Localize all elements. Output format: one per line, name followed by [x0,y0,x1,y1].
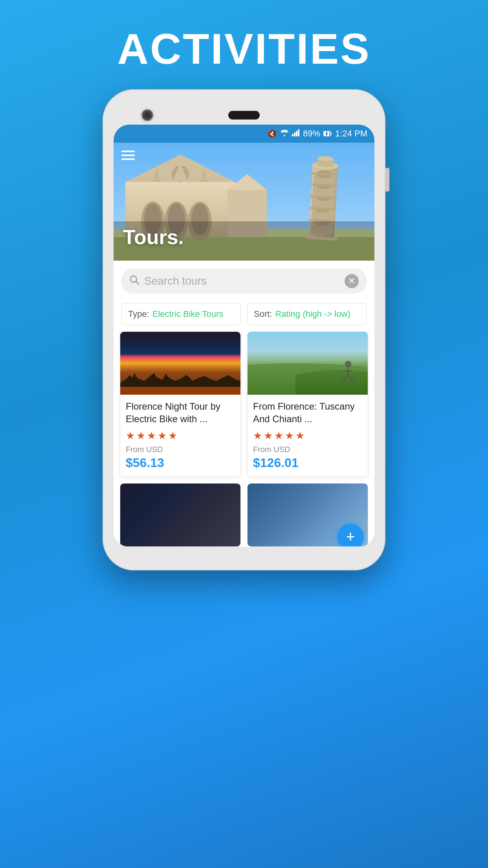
phone-screen: 🔇 89% [114,125,374,547]
svg-rect-1 [294,132,295,136]
sort-filter-button[interactable]: Sort: Rating (high -> low) [247,303,367,325]
star-3: ★ [147,430,156,442]
tour-card-0-stars: ★ ★ ★ ★ ★ [126,430,235,442]
phone-frame: 🔇 89% [103,89,385,570]
tour-card-1-info: From Florence: Tuscany And Chianti ... ★… [248,395,368,476]
tour-card-0-image [120,332,240,395]
hamburger-menu[interactable] [121,151,135,160]
svg-line-54 [348,374,353,381]
tour-card-0-from-label: From USD [126,445,235,454]
city-skyline [120,367,240,387]
star-4: ★ [158,430,167,442]
bottom-cards-row: + [114,483,374,547]
star-4: ★ [285,430,294,442]
star-2: ★ [136,430,145,442]
search-bar[interactable]: Search tours ✕ [121,268,367,294]
phone-camera [142,110,153,121]
search-container: Search tours ✕ [114,261,374,298]
svg-rect-3 [298,129,299,136]
tour-card-1-from-label: From USD [253,445,362,454]
page-title: ACTIVITIES [117,24,371,74]
search-placeholder[interactable]: Search tours [144,275,340,287]
star-3: ★ [274,430,283,442]
tour-card-1[interactable]: From Florence: Tuscany And Chianti ... ★… [247,331,368,477]
signal-icon [292,129,300,138]
bottom-card-left-image [120,484,240,546]
tour-card-1-title: From Florence: Tuscany And Chianti ... [253,400,362,426]
svg-rect-7 [326,132,327,135]
tour-card-0-info: Florence Night Tour by Electric Bike wit… [120,395,240,476]
battery-icon [323,129,332,138]
type-filter-button[interactable]: Type: Electric Bike Tours [121,303,241,325]
sort-filter-value: Rating (high -> low) [275,309,350,319]
status-bar: 🔇 89% [114,125,374,143]
hero-title: Tours. [123,225,184,249]
type-filter-value: Electric Bike Tours [152,309,224,319]
mute-icon: 🔇 [267,129,277,138]
tour-cards-grid: Florence Night Tour by Electric Bike wit… [114,331,374,483]
type-filter-label: Type: [128,309,149,319]
cyclist-svg [340,359,356,383]
battery-text: 89% [303,129,320,139]
tour-card-0-price: $56.13 [126,456,235,470]
search-clear-button[interactable]: ✕ [345,274,359,288]
svg-rect-6 [331,132,332,135]
hero-section: Tours. [114,143,374,261]
star-1: ★ [126,430,135,442]
svg-point-50 [345,361,351,367]
tour-card-1-price: $126.01 [253,456,362,470]
status-icons: 🔇 89% [267,129,367,139]
star-1: ★ [253,430,262,442]
phone-earpiece [228,111,260,120]
wifi-icon [280,129,289,138]
tour-card-0-title: Florence Night Tour by Electric Bike wit… [126,400,235,426]
time-text: 1:24 PM [335,129,367,139]
svg-rect-0 [292,134,294,136]
svg-rect-2 [296,131,297,136]
star-5: ★ [168,430,177,442]
filter-row: Type: Electric Bike Tours Sort: Rating (… [114,298,374,331]
star-5: ★ [295,430,305,442]
star-2: ★ [264,430,273,442]
tour-card-1-stars: ★ ★ ★ ★ ★ [253,430,362,442]
bottom-card-left[interactable] [120,483,241,547]
tour-card-0[interactable]: Florence Night Tour by Electric Bike wit… [120,331,241,477]
sort-filter-label: Sort: [254,309,272,319]
search-icon [129,275,139,288]
power-button [385,168,389,191]
svg-line-53 [343,374,348,381]
svg-line-49 [136,281,139,284]
bottom-card-right[interactable]: + [247,483,368,547]
tour-card-1-image [248,332,368,395]
